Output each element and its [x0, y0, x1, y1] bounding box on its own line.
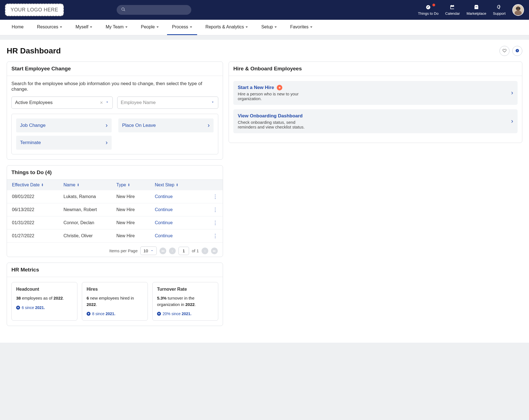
nav-my-team[interactable]: My Team — [101, 20, 133, 35]
cell-name: Lukats, Ramona — [63, 194, 116, 199]
nav-calendar[interactable]: Calendar — [445, 4, 460, 16]
metric-hires: Hires 6 new employees hired in 2022. ▼ 8… — [82, 282, 148, 321]
chevron-down-icon — [275, 26, 277, 28]
nav-favorites[interactable]: Favorites — [285, 20, 317, 35]
value: 10 — [143, 248, 148, 253]
page-input[interactable] — [178, 247, 189, 255]
metric-title: Headcount — [16, 287, 73, 292]
prev-page-button[interactable]: ‹ — [169, 248, 176, 254]
support-icon: ? — [496, 4, 502, 10]
cell-type: New Hire — [116, 220, 155, 225]
metric-body: 5.3% turnover in the organization in 202… — [157, 295, 214, 308]
metric-delta: ▼ 6 since 2021. — [16, 305, 73, 310]
nav-things-to-do[interactable]: Things to Do — [418, 4, 439, 16]
sort-icon: ▲▼ — [176, 183, 178, 187]
col-effective-date[interactable]: Effective Date▲▼ — [12, 182, 63, 187]
label: Support — [493, 11, 506, 16]
chevron-down-icon — [150, 248, 154, 253]
nav-process[interactable]: Process — [167, 20, 197, 35]
chevron-down-icon — [211, 100, 215, 105]
place-on-leave-action[interactable]: Place On Leave › — [118, 118, 214, 132]
chevron-right-icon: › — [208, 122, 210, 129]
chevron-right-icon: › — [106, 139, 107, 146]
nav-myself[interactable]: Myself — [70, 20, 97, 35]
first-page-button[interactable]: ⏮ — [160, 248, 166, 254]
hire-onboard-card: Hire & Onboard Employees Start a New Hir… — [229, 61, 522, 143]
nav-resources[interactable]: Resources — [32, 20, 67, 35]
calendar-icon — [449, 4, 455, 10]
intro-text: Search for the employee whose job inform… — [11, 81, 218, 92]
svg-rect-3 — [515, 11, 521, 15]
table-row: 06/13/2022 Newman, Robert New Hire Conti… — [7, 203, 223, 216]
notification-dot — [432, 4, 435, 6]
help-button[interactable]: ? — [512, 46, 522, 56]
nav-home[interactable]: Home — [7, 20, 29, 35]
employee-filter-select[interactable]: Active Employees × — [11, 97, 113, 109]
chevron-down-icon — [156, 26, 159, 28]
metric-delta: ▼ 8 since 2021. — [87, 312, 143, 316]
checklist-icon — [425, 4, 431, 10]
nav-people[interactable]: People — [136, 20, 164, 35]
continue-link[interactable]: Continue — [155, 207, 173, 212]
chevron-down-icon — [60, 26, 62, 28]
items-per-page-select[interactable]: 10 — [140, 246, 157, 255]
title: View Onboarding Dashboard — [238, 113, 303, 119]
row-menu-icon[interactable]: ⋮ — [213, 207, 218, 213]
label: Reports & Analytics — [205, 24, 244, 29]
row-menu-icon[interactable]: ⋮ — [213, 220, 218, 226]
delta-down-icon: ▼ — [16, 306, 20, 310]
sort-icon: ▲▼ — [77, 183, 79, 187]
view-onboarding-link[interactable]: View Onboarding Dashboard Check onboardi… — [233, 109, 518, 133]
start-new-hire-link[interactable]: Start a New Hire + Hire a person who is … — [233, 81, 518, 105]
label: Name — [63, 182, 75, 187]
global-search[interactable] — [117, 5, 191, 15]
metric-body: 38 employees as of 2022. — [16, 295, 73, 302]
card-title: Hire & Onboard Employees — [229, 62, 522, 76]
col-name[interactable]: Name▲▼ — [63, 182, 116, 187]
svg-rect-6 — [516, 8, 520, 8]
col-type[interactable]: Type▲▼ — [116, 182, 155, 187]
nav-marketplace[interactable]: Marketplace — [467, 4, 486, 16]
cell-date: 08/01/2022 — [12, 194, 63, 199]
of-label: of 1 — [192, 248, 199, 253]
metric-headcount: Headcount 38 employees as of 2022. ▼ 6 s… — [11, 282, 77, 321]
employee-name-select[interactable]: Employee Name — [117, 97, 219, 109]
last-page-button[interactable]: ⏭ — [211, 248, 218, 254]
chevron-right-icon: › — [106, 122, 107, 129]
continue-link[interactable]: Continue — [155, 194, 173, 199]
job-change-action[interactable]: Job Change › — [16, 118, 112, 132]
logo-placeholder: YOUR LOGO HERE — [5, 4, 64, 16]
cell-date: 01/27/2022 — [12, 233, 63, 238]
row-menu-icon[interactable]: ⋮ — [213, 194, 218, 199]
user-avatar[interactable] — [512, 4, 524, 16]
metric-turnover: Turnover Rate 5.3% turnover in the organ… — [152, 282, 218, 321]
col-next-step[interactable]: Next Step▲▼ — [155, 182, 197, 187]
cell-name: Connor, Declan — [63, 220, 116, 225]
cell-date: 06/13/2022 — [12, 207, 63, 212]
row-menu-icon[interactable]: ⋮ — [213, 233, 218, 239]
chevron-right-icon: › — [511, 118, 513, 125]
continue-link[interactable]: Continue — [155, 220, 173, 225]
next-page-button[interactable]: › — [202, 248, 208, 254]
help-icon: ? — [515, 48, 520, 54]
continue-link[interactable]: Continue — [155, 233, 173, 238]
marketplace-icon — [473, 4, 479, 10]
cell-type: New Hire — [116, 207, 155, 212]
nav-support[interactable]: ? Support — [493, 4, 506, 16]
clear-icon[interactable]: × — [100, 100, 103, 106]
table-row: 01/27/2022 Christie, Oliver New Hire Con… — [7, 229, 223, 243]
nav-reports[interactable]: Reports & Analytics — [200, 20, 253, 35]
table-row: 01/31/2022 Connor, Declan New Hire Conti… — [7, 216, 223, 229]
top-actions: Things to Do Calendar Marketplace ? Supp… — [418, 4, 524, 16]
label: Setup — [261, 24, 273, 29]
favorite-button[interactable] — [499, 46, 510, 56]
terminate-action[interactable]: Terminate › — [16, 136, 112, 150]
label: My Team — [106, 24, 124, 29]
card-title: Start Employee Change — [7, 62, 223, 76]
chevron-right-icon: › — [511, 89, 513, 97]
nav-setup[interactable]: Setup — [256, 20, 282, 35]
label: Type — [116, 182, 126, 187]
heart-icon — [502, 48, 507, 54]
chevron-down-icon — [310, 26, 312, 28]
cell-type: New Hire — [116, 233, 155, 238]
